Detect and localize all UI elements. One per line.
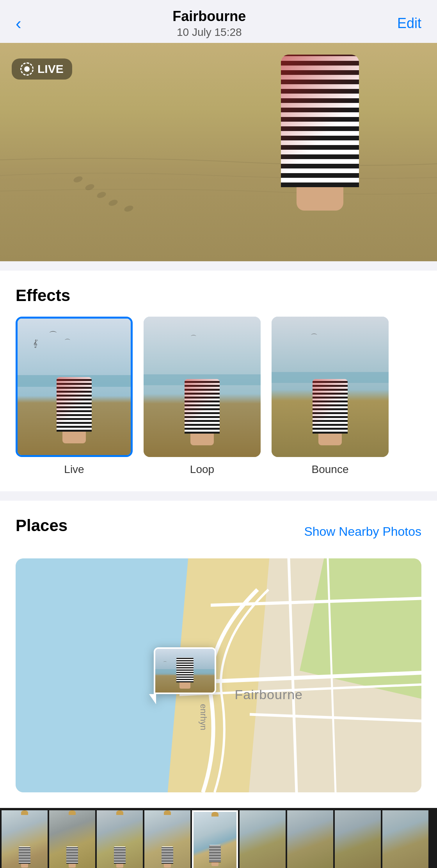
map-roads-svg	[16, 558, 421, 792]
film-poncho-2	[66, 847, 78, 864]
edit-button[interactable]: Edit	[397, 15, 421, 32]
thumb-poncho	[57, 377, 92, 432]
effects-title: Effects	[16, 286, 421, 305]
film-feet-1	[21, 864, 28, 868]
svg-text:𝄟: 𝄟	[33, 339, 38, 348]
svg-point-5	[123, 204, 134, 213]
film-feet-2	[69, 864, 76, 868]
svg-point-4	[108, 198, 118, 207]
effect-label-live: Live	[64, 463, 84, 476]
film-frame-inner-5	[240, 810, 286, 868]
header-center: Fairbourne 10 July 15:28	[172, 8, 246, 39]
film-figure-2	[66, 847, 78, 868]
film-frame-4[interactable]	[144, 810, 190, 868]
header: ‹ Fairbourne 10 July 15:28 Edit	[0, 0, 437, 43]
live-dot	[24, 66, 30, 72]
effect-item-bounce[interactable]: ⌒ Bounce	[272, 317, 389, 476]
film-frame-inner-1	[2, 810, 48, 868]
live-label: LIVE	[37, 62, 64, 76]
film-frame-active[interactable]	[192, 810, 238, 868]
film-frame-inner-2	[49, 810, 95, 868]
film-frame-inner-7	[335, 810, 381, 868]
film-frame-7[interactable]	[335, 810, 381, 868]
effect-label-loop: Loop	[190, 463, 214, 476]
film-hair-3	[116, 810, 123, 815]
effect-item-loop[interactable]: ⌒ Loop	[144, 317, 261, 476]
effect-bg-loop: ⌒	[144, 317, 261, 457]
film-poncho-4	[162, 847, 173, 864]
film-feet-4	[164, 864, 171, 868]
show-nearby-button[interactable]: Show Nearby Photos	[304, 524, 421, 539]
pin-poncho	[176, 657, 194, 682]
film-hair-4	[164, 810, 171, 815]
header-subtitle: 10 July 15:28	[172, 26, 246, 39]
map-place-label: Fairbourne	[235, 687, 303, 702]
film-frame-3[interactable]	[97, 810, 143, 868]
thumb-child	[57, 377, 92, 443]
film-feet-3	[116, 864, 123, 868]
thumb-child-loop	[185, 379, 220, 445]
page-title: Fairbourne	[172, 8, 246, 25]
film-hair-2	[69, 810, 76, 815]
svg-line-19	[289, 558, 297, 792]
svg-text:⌒: ⌒	[49, 330, 57, 340]
effect-bg-bounce: ⌒	[272, 317, 389, 457]
thumb-feet-bounce	[318, 434, 342, 445]
svg-text:⌒: ⌒	[64, 338, 71, 345]
back-button[interactable]: ‹	[16, 15, 21, 32]
places-section: Places Show Nearby Photos	[0, 501, 437, 808]
film-hair-1	[21, 810, 28, 815]
thumb-child-bounce	[313, 379, 348, 445]
film-poncho-3	[114, 847, 126, 864]
thumb-poncho-loop	[185, 379, 220, 434]
film-hair-active	[211, 812, 218, 817]
places-header: Places Show Nearby Photos	[16, 516, 421, 547]
thumb-poncho-bounce	[313, 379, 348, 434]
svg-text:⌒: ⌒	[190, 335, 197, 341]
film-frame-inner-4	[144, 810, 190, 868]
film-poncho-1	[19, 847, 30, 864]
film-poncho-active	[209, 845, 221, 862]
film-figure-4	[162, 847, 173, 868]
svg-text:⌒: ⌒	[163, 661, 167, 665]
svg-line-22	[250, 714, 421, 722]
effects-section: Effects	[0, 271, 437, 491]
places-title: Places	[16, 516, 68, 535]
film-frame-inner-3	[97, 810, 143, 868]
map-photo-pin[interactable]: ⌒	[154, 647, 216, 704]
film-frame-6[interactable]	[287, 810, 333, 868]
film-frame-1[interactable]	[2, 810, 48, 868]
thumb-feet	[62, 432, 86, 443]
effect-item-live[interactable]: 𝄟 ⌒ ⌒ Live	[16, 317, 133, 476]
film-figure-active	[209, 845, 221, 866]
effect-thumb-bounce[interactable]: ⌒	[272, 317, 389, 457]
film-frame-inner-6	[287, 810, 333, 868]
live-circle-icon	[20, 62, 34, 76]
main-photo: LIVE	[0, 43, 437, 261]
film-frame-5[interactable]	[240, 810, 286, 868]
pin-child-figure	[176, 657, 194, 689]
map-street-label: enrhyn	[198, 704, 208, 730]
live-badge[interactable]: LIVE	[12, 58, 72, 80]
film-frame-2[interactable]	[49, 810, 95, 868]
film-feet-active	[211, 862, 218, 866]
film-figure-3	[114, 847, 126, 868]
effects-row: 𝄟 ⌒ ⌒ Live	[16, 317, 421, 476]
svg-text:⌒: ⌒	[311, 333, 318, 341]
film-figure-1	[19, 847, 30, 868]
effect-label-bounce: Bounce	[312, 463, 349, 476]
svg-point-2	[84, 183, 95, 191]
poncho	[281, 55, 359, 187]
effect-thumb-live[interactable]: 𝄟 ⌒ ⌒	[16, 317, 133, 457]
svg-line-21	[211, 597, 421, 605]
svg-point-1	[73, 175, 83, 183]
filmstrip[interactable]	[0, 808, 437, 868]
effect-thumb-loop[interactable]: ⌒	[144, 317, 261, 457]
effect-bg-live: 𝄟 ⌒ ⌒	[18, 319, 131, 455]
pin-feet	[179, 682, 190, 689]
map-container[interactable]: Fairbourne enrhyn	[16, 558, 421, 792]
thumb-feet-loop	[190, 434, 214, 445]
map-pin-photo: ⌒	[154, 647, 216, 694]
film-frame-8[interactable]	[382, 810, 428, 868]
feet	[297, 187, 343, 211]
